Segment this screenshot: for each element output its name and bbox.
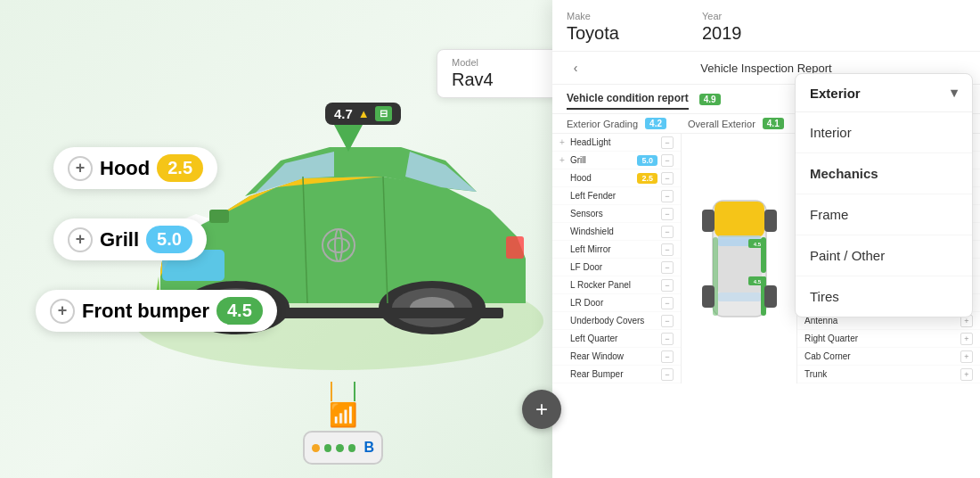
table-row[interactable]: Sensors −	[552, 205, 681, 223]
svg-rect-14	[506, 236, 524, 259]
overall-exterior-label: Overall Exterior	[688, 119, 755, 129]
top-score-value: 4.7	[334, 106, 353, 121]
make-label: Make	[567, 11, 695, 21]
minus-btn[interactable]: −	[661, 172, 674, 185]
dropdown-area	[837, 11, 966, 44]
dropdown-label: Paint / Other	[810, 248, 885, 263]
front-bumper-score: 4.5	[216, 297, 263, 325]
make-value: Toyota	[567, 23, 695, 44]
front-bumper-plus-btn[interactable]: +	[50, 299, 75, 324]
hood-score: 2.5	[157, 154, 203, 182]
exterior-grading-badge: 4.2	[645, 118, 666, 129]
table-row[interactable]: Rear Bumper −	[552, 366, 681, 383]
table-row[interactable]: Trunk +	[797, 366, 980, 383]
svg-rect-27	[764, 285, 777, 308]
table-row[interactable]: Windshield −	[552, 223, 681, 241]
hood-plus-btn[interactable]: +	[68, 156, 93, 181]
svg-text:4.5: 4.5	[753, 279, 761, 284]
obd-device: B	[303, 431, 383, 465]
minus-btn[interactable]: −	[661, 368, 674, 381]
condition-tab[interactable]: Vehicle condition report	[567, 88, 689, 110]
front-bumper-label[interactable]: + Front bumper 4.5	[36, 290, 277, 332]
svg-rect-25	[764, 210, 777, 232]
dropdown-selected: Exterior	[810, 86, 861, 101]
car-diagram-area: 4.5 4.5	[682, 134, 797, 383]
grill-score: 5.0	[146, 226, 192, 253]
minus-btn[interactable]: −	[661, 261, 674, 274]
svg-rect-24	[702, 210, 715, 232]
obd-section: 📶 B	[303, 382, 383, 465]
table-row[interactable]: + HeadLight −	[552, 134, 681, 152]
model-label: Model	[452, 57, 546, 68]
svg-rect-11	[209, 210, 229, 223]
table-row[interactable]: LF Door −	[552, 259, 681, 276]
svg-text:4.5: 4.5	[753, 242, 761, 247]
minus-btn[interactable]: −	[661, 208, 674, 220]
bluetooth-icon: B	[363, 440, 374, 456]
table-row[interactable]: LR Door −	[552, 294, 681, 312]
dropdown-label: Frame	[810, 207, 848, 222]
year-field: Year 2019	[702, 11, 830, 44]
hood-label[interactable]: + Hood 2.5	[53, 147, 217, 189]
make-year-row: Make Toyota Year 2019	[552, 0, 980, 52]
dropdown-item-paint[interactable]: Paint / Other	[796, 235, 972, 276]
parts-table-left: + HeadLight − + Grill 5.0 − Hood 2.5 − L…	[552, 134, 682, 383]
minus-btn[interactable]: −	[661, 315, 674, 327]
top-score-badge: 4.7 ▲ ⊟	[325, 103, 401, 125]
back-button[interactable]: ‹	[567, 59, 584, 77]
dropdown-item-mechanics[interactable]: Mechanics	[796, 153, 972, 194]
minus-btn[interactable]: −	[661, 350, 674, 363]
make-field: Make Toyota	[567, 11, 695, 44]
row-score: 5.0	[637, 155, 657, 166]
dropdown-panel: Exterior ▾ Interior Mechanics Frame Pain…	[795, 73, 973, 317]
plus-btn[interactable]: +	[960, 368, 973, 381]
dropdown-item-tires[interactable]: Tires	[796, 276, 972, 317]
warning-icon: ▲	[358, 107, 370, 120]
grill-plus-btn[interactable]: +	[68, 227, 93, 252]
table-row[interactable]: Left Mirror −	[552, 241, 681, 259]
grill-name: Grill	[100, 228, 139, 251]
battery-icon: ⊟	[375, 106, 392, 121]
expand-icon[interactable]: +	[559, 155, 570, 165]
front-bumper-name: Front bumper	[82, 300, 209, 323]
table-row[interactable]: Left Fender −	[552, 187, 681, 205]
table-row[interactable]: + Grill 5.0 −	[552, 152, 681, 169]
led-orange	[312, 444, 320, 452]
table-row[interactable]: Left Quarter −	[552, 330, 681, 348]
minus-btn[interactable]: −	[661, 190, 674, 202]
table-row[interactable]: Rear Window −	[552, 348, 681, 366]
exterior-grading-label: Exterior Grading	[567, 119, 638, 129]
led-green3	[348, 444, 356, 452]
svg-rect-26	[702, 285, 715, 308]
plus-btn[interactable]: +	[960, 333, 973, 345]
plus-btn[interactable]: +	[960, 350, 973, 363]
table-row[interactable]: Right Quarter +	[797, 330, 980, 348]
svg-rect-20	[718, 293, 761, 301]
minus-btn[interactable]: −	[661, 136, 674, 149]
minus-btn[interactable]: −	[661, 154, 674, 167]
dropdown-item-interior[interactable]: Interior	[796, 112, 972, 153]
model-field: Model Rav4	[437, 49, 561, 98]
table-row[interactable]: Underbody Covers −	[552, 312, 681, 330]
dropdown-item-frame[interactable]: Frame	[796, 194, 972, 235]
chevron-down-icon: ▾	[951, 85, 958, 101]
dropdown-label: Interior	[810, 125, 852, 140]
dropdown-header[interactable]: Exterior ▾	[796, 74, 972, 112]
table-row[interactable]: Cab Corner +	[797, 348, 980, 366]
minus-btn[interactable]: −	[661, 243, 674, 256]
hood-name: Hood	[100, 157, 150, 180]
car-add-button[interactable]: +	[522, 390, 561, 429]
expand-icon[interactable]: +	[559, 137, 570, 147]
minus-btn[interactable]: −	[661, 297, 674, 309]
condition-badge: 4.9	[699, 94, 721, 105]
svg-rect-17	[715, 202, 764, 237]
minus-btn[interactable]: −	[661, 279, 674, 292]
year-label: Year	[702, 11, 830, 21]
minus-btn[interactable]: −	[661, 226, 674, 238]
minus-btn[interactable]: −	[661, 333, 674, 345]
table-row[interactable]: L Rocker Panel −	[552, 276, 681, 294]
led-green1	[324, 444, 332, 452]
wifi-icon: 📶	[329, 401, 357, 429]
grill-label[interactable]: + Grill 5.0	[53, 218, 207, 260]
table-row[interactable]: Hood 2.5 −	[552, 169, 681, 187]
